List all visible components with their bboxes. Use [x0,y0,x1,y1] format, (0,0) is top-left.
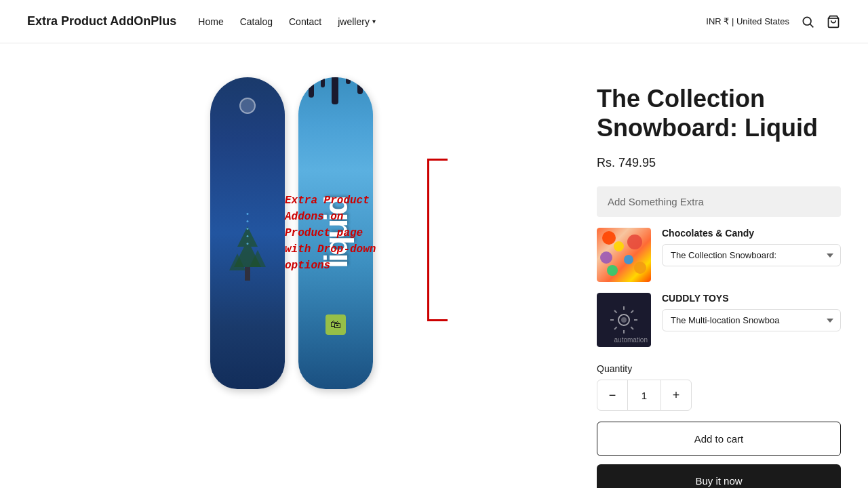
quantity-increase-button[interactable]: + [661,380,691,410]
addon-candy-info: Chocolates & Candy The Collection Snowbo… [662,228,841,266]
cart-icon[interactable] [826,14,841,29]
addon-toys-select[interactable]: The Multi-location Snowboa [662,309,841,331]
toys-thumbnail: automation [597,293,651,347]
product-details: The Collection Snowboard: Liquid Rs. 749… [597,70,841,488]
svg-line-14 [631,310,633,313]
nav-home[interactable]: Home [198,16,223,27]
currency-region-button[interactable]: INR ₹ | United States [706,16,789,26]
header-right: INR ₹ | United States [706,14,841,29]
svg-point-16 [621,317,627,323]
chevron-down-icon: ▾ [372,18,376,25]
addon-toys-info: CUDDLY TOYS The Multi-location Snowboa [662,293,841,331]
product-title: The Collection Snowboard: Liquid [597,84,841,142]
addon-toys-name: CUDDLY TOYS [662,293,841,304]
quantity-label: Quantity [597,363,841,374]
shopify-badge: 🛍 [326,314,346,335]
quantity-section: Quantity − 1 + [597,363,841,411]
site-header: Extra Product AddOnPlus Home Catalog Con… [0,0,868,43]
svg-line-15 [614,327,617,330]
quantity-control: − 1 + [597,380,692,411]
drips-decoration [298,77,373,104]
svg-line-12 [614,310,617,313]
addon-item-toys: automation CUDDLY TOYS The Multi-locatio… [597,293,841,347]
red-bracket [427,159,448,321]
addon-candy-select[interactable]: The Collection Snowboard: [662,244,841,266]
svg-line-1 [810,24,814,27]
addon-section: Add Something Extra Ch [597,186,841,347]
main-content: liquid 🛍 Extra Product Addons on Product… [0,43,868,488]
addon-toys-image: automation [597,293,651,347]
candy-thumbnail [597,228,651,282]
annotation-text: Extra Product Addons on Product page wit… [285,192,420,274]
nav-jewelry[interactable]: jwellery ▾ [338,16,376,27]
quantity-decrease-button[interactable]: − [597,380,627,410]
snowboards-display: liquid 🛍 Extra Product Addons on Product… [129,70,454,409]
product-images: liquid 🛍 Extra Product Addons on Product… [27,70,556,488]
buy-now-button[interactable]: Buy it now [597,464,841,488]
svg-point-0 [803,17,811,25]
nav-catalog[interactable]: Catalog [240,16,273,27]
add-to-cart-button[interactable]: Add to cart [597,422,841,456]
svg-rect-4 [245,267,250,281]
search-icon[interactable] [800,14,815,29]
addon-candy-name: Chocolates & Candy [662,228,841,239]
svg-line-13 [631,327,633,330]
addon-item-candy: Chocolates & Candy The Collection Snowbo… [597,228,841,282]
header-left: Extra Product AddOnPlus Home Catalog Con… [27,14,376,28]
main-nav: Home Catalog Contact jwellery ▾ [198,16,376,27]
product-price: Rs. 749.95 [597,156,841,170]
snowboard-1 [210,77,285,389]
addon-candy-image [597,228,651,282]
nav-contact[interactable]: Contact [289,16,321,27]
addon-header: Add Something Extra [597,186,841,217]
quantity-value: 1 [627,380,661,410]
brand-logo[interactable]: Extra Product AddOnPlus [27,14,176,28]
